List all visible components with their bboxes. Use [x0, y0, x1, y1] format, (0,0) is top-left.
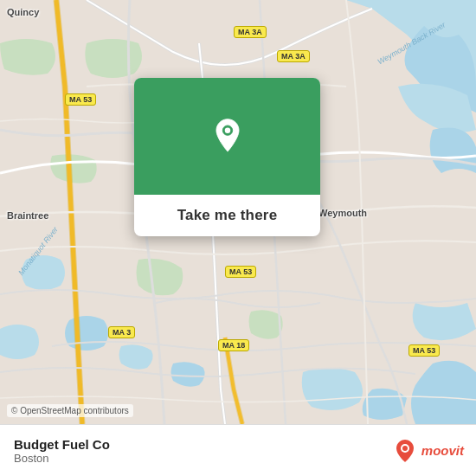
svg-point-4 — [402, 446, 408, 451]
map-container: MA 3A MA 3A MA 53 MA 53 MA 53 MA 53 MA 3… — [0, 0, 476, 424]
moovit-logo: moovit — [392, 438, 464, 464]
road-badge-ma3a-mid: MA 3A — [277, 50, 310, 62]
popup-card: Take me there — [134, 78, 320, 236]
road-badge-ma3-bottom: MA 3 — [108, 326, 135, 338]
place-label-weymouth: Weymouth — [318, 208, 367, 218]
place-label-quincy: Quincy — [7, 7, 39, 17]
city-name: Boston — [14, 452, 392, 465]
map-attribution: © OpenStreetMap contributors — [7, 404, 133, 417]
moovit-icon — [392, 438, 418, 464]
take-me-there-button[interactable]: Take me there — [177, 207, 278, 224]
road-badge-ma53-right: MA 53 — [225, 266, 256, 278]
place-name: Budget Fuel Co — [14, 437, 392, 452]
moovit-text: moovit — [421, 443, 464, 458]
road-badge-ma53-bottom: MA 53 — [408, 344, 440, 357]
location-pin-icon — [209, 118, 247, 156]
location-info: Budget Fuel Co Boston — [12, 437, 392, 465]
place-label-braintree: Braintree — [7, 210, 48, 221]
popup-green-area — [134, 78, 320, 195]
road-badge-ma3a-top: MA 3A — [234, 26, 267, 38]
road-badge-ma53-left: MA 53 — [65, 93, 96, 106]
svg-point-2 — [224, 127, 230, 133]
road-badge-ma18-bottom: MA 18 — [218, 339, 249, 351]
bottom-bar: Budget Fuel Co Boston moovit — [0, 424, 476, 476]
popup-button-area[interactable]: Take me there — [134, 195, 320, 236]
